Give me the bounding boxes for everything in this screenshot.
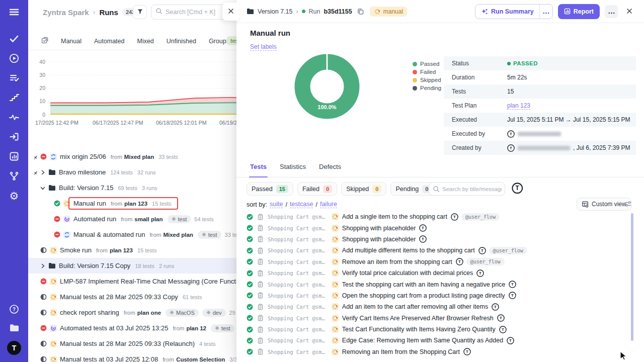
test-title[interactable]: Remove an item from the shopping cart	[342, 258, 452, 265]
test-row[interactable]: Shopping Cart @sm… Open the shopping car…	[236, 290, 637, 301]
run-name[interactable]: Build: Version 7.15 Copy	[59, 262, 130, 269]
list-check-icon[interactable]	[9, 72, 20, 83]
test-row[interactable]: Shopping Cart @sm… Shopping with placeho…	[236, 234, 637, 245]
tests-search[interactable]	[429, 182, 505, 196]
env-chip[interactable]: test	[226, 36, 236, 45]
assignee-filter-avatar[interactable]: T	[512, 183, 523, 197]
play-circle-icon[interactable]	[9, 53, 20, 64]
run-row[interactable]: Manual run from plan 123 15 tests	[28, 196, 236, 211]
tab-statistics[interactable]: Statistics	[280, 163, 306, 177]
tab-tests[interactable]: Tests	[250, 163, 267, 177]
test-row[interactable]: Shopping Cart @sm… Removing an Item from…	[236, 346, 637, 357]
chart-box-icon[interactable]	[9, 151, 20, 162]
tests-search-input[interactable]	[442, 186, 502, 192]
tab-defects[interactable]: Defects	[319, 163, 341, 177]
test-title[interactable]: Test the shopping cart with an item havi…	[342, 281, 506, 288]
run-row[interactable]: check report sharing from plan one MacOS…	[28, 305, 236, 320]
run-summary-more-button[interactable]	[539, 5, 552, 19]
plan-name[interactable]: Mixed plan	[163, 232, 193, 238]
run-row[interactable]: Build: Version 7.15 Copy 18 tests2 runs	[28, 258, 236, 274]
user-avatar[interactable]: T	[7, 341, 21, 355]
test-title[interactable]: Add multiple different items to the shop…	[342, 247, 475, 254]
run-summary-button[interactable]: Run Summary	[475, 5, 539, 19]
runs-tab-manual[interactable]: Manual	[61, 38, 82, 45]
test-row[interactable]: Shopping Cart @sm… Test Cart Functionali…	[236, 324, 637, 335]
help-icon[interactable]: ?	[9, 304, 20, 315]
run-row[interactable]: LMP-587 Implement Real-Time Chat Messagi…	[28, 274, 236, 289]
test-row[interactable]: Shopping Cart @sm… Verify total price ca…	[236, 267, 637, 279]
test-title[interactable]: Add a single item to the shopping cart	[342, 213, 447, 220]
run-name[interactable]: Automated run	[73, 215, 116, 223]
test-title[interactable]: Test Cart Functionality with Items Havin…	[342, 326, 496, 333]
sort-link-testcase[interactable]: testcase	[290, 201, 313, 208]
run-name[interactable]: mix origin 25/06	[60, 153, 106, 160]
run-name[interactable]: Bravo milestone	[59, 168, 106, 176]
run-row[interactable]: Smoke run from plan 123 15 tests	[28, 242, 236, 258]
more-actions-button[interactable]	[605, 5, 618, 18]
filter-chip-failed[interactable]: Failed0	[297, 182, 337, 196]
run-name[interactable]: LMP-587 Implement Real-Time Chat Messagi…	[60, 278, 236, 285]
test-title[interactable]: Edge Case: Removing Item with Same Quant…	[342, 337, 503, 344]
run-row[interactable]: Automated tests at 03 Jul 2025 13:25 fro…	[28, 320, 236, 336]
plan-name[interactable]: plan one	[137, 310, 161, 316]
plan-name[interactable]: plan 123	[124, 201, 147, 207]
run-name[interactable]: Build: Version 7.15	[59, 184, 113, 192]
test-row[interactable]: Shopping Cart @sm… Add a single item to …	[236, 211, 637, 222]
test-row[interactable]: Shopping Cart @sm… Edge Case: Removing I…	[236, 335, 637, 346]
test-row[interactable]: Shopping Cart @sm… Remove an item from t…	[236, 256, 637, 267]
run-row[interactable]: Bravo milestone 124 tests32 runs	[28, 164, 236, 180]
sort-link-failure[interactable]: failure	[320, 201, 337, 208]
custom-view-button[interactable]: Custom view	[577, 198, 631, 211]
tests-scrollbar[interactable]	[631, 213, 633, 341]
report-button[interactable]: Report	[558, 4, 600, 19]
gear-icon[interactable]: ⚙	[9, 190, 20, 201]
chevron-icon[interactable]	[40, 186, 45, 191]
branch-icon[interactable]	[9, 170, 20, 182]
plan-name[interactable]: small plan	[134, 216, 163, 222]
run-name[interactable]: Manual & automated run	[73, 231, 145, 238]
filter-chip-skipped[interactable]: Skipped0	[341, 182, 386, 196]
test-plan-link[interactable]: plan 123	[507, 102, 530, 110]
test-title[interactable]: Verify Cart Items Are Preserved After Br…	[342, 315, 494, 322]
test-row[interactable]: Shopping Cart @sm… Test the shopping car…	[236, 279, 637, 290]
run-name[interactable]: Manual run	[73, 200, 106, 207]
run-row[interactable]: Manual tests at 03 Jul 2025 12:08 from C…	[28, 351, 236, 362]
plan-name[interactable]: Mixed plan	[124, 154, 154, 160]
activity-icon[interactable]	[9, 112, 20, 123]
test-title[interactable]: Shopping with placeholder	[342, 236, 416, 243]
run-row[interactable]: mix origin 25/06 from Mixed plan 33 test…	[28, 149, 236, 164]
set-labels-link[interactable]: Set labels	[250, 43, 277, 51]
runs-tab-automated[interactable]: Automated	[94, 38, 124, 45]
filter-chip-passed[interactable]: Passed15	[247, 182, 293, 196]
version-link[interactable]: Version 7.15	[258, 8, 293, 15]
chevron-icon[interactable]	[40, 170, 45, 175]
test-row[interactable]: Shopping Cart @sm… Add an item to the ca…	[236, 301, 637, 312]
run-row[interactable]: Automated run from small plan test 54 te…	[28, 211, 236, 227]
run-name[interactable]: Manual tests at 03 Jul 2025 12:08	[60, 355, 158, 362]
menu-icon[interactable]	[9, 7, 20, 18]
run-row[interactable]: Manual tests at 28 Mar 2025 09:33 (Relau…	[28, 336, 236, 351]
steps-icon[interactable]	[9, 92, 20, 103]
copy-icon[interactable]	[357, 8, 364, 15]
runs-tab-mixed[interactable]: Mixed	[137, 38, 153, 45]
folder-icon[interactable]	[9, 322, 20, 333]
run-row[interactable]: Build: Version 7.15 69 tests3 runs	[28, 180, 236, 196]
test-row[interactable]: Shopping Cart @sm… Add multiple differen…	[236, 245, 637, 256]
test-title[interactable]: Shopping with placeholder	[342, 225, 416, 232]
run-name[interactable]: Automated tests at 03 Jul 2025 13:25	[60, 324, 168, 332]
run-row[interactable]: Manual & automated run from Mixed plan t…	[28, 227, 236, 242]
app-name[interactable]: Zyntra Spark	[43, 8, 89, 17]
run-name[interactable]: check report sharing	[60, 309, 119, 316]
test-title[interactable]: Verify total price calculation with deci…	[342, 269, 473, 277]
sort-link-suite[interactable]: suite	[270, 201, 283, 208]
test-title[interactable]: Removing an Item from the Shopping Cart	[342, 348, 460, 355]
test-row[interactable]: Shopping Cart @sm… Shopping with placeho…	[236, 222, 637, 233]
sign-in-icon[interactable]	[9, 131, 20, 142]
plan-name[interactable]: Custom Selection	[176, 356, 225, 362]
test-title[interactable]: Add an item to the cart after removing a…	[342, 303, 488, 310]
test-title[interactable]: Open the shopping cart from a product li…	[342, 292, 505, 299]
filter-button[interactable]	[133, 5, 147, 19]
runs-tab-unfinished[interactable]: Unfinished	[167, 38, 196, 45]
chevron-icon[interactable]	[40, 263, 45, 268]
test-row[interactable]: Shopping Cart @sm… Verify Cart Items Are…	[236, 313, 637, 324]
